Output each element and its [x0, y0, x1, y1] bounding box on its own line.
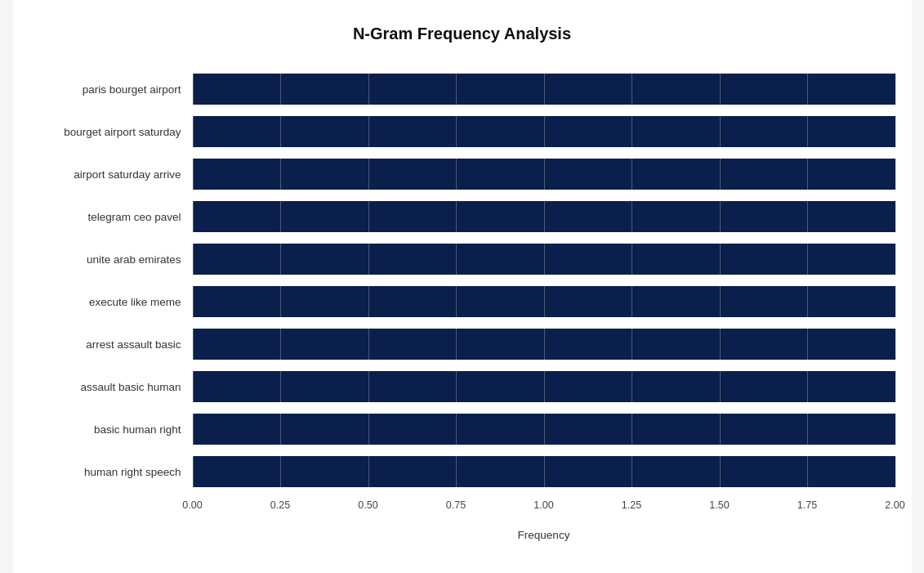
- grid-line: [456, 201, 457, 232]
- bar-label: bourget airport saturday: [29, 126, 193, 138]
- grid-line: [456, 244, 457, 275]
- grid-line: [193, 456, 194, 487]
- bar-track-wrapper: [193, 159, 895, 190]
- bar-row: human right speech: [29, 450, 895, 493]
- chart-area: paris bourget airportbourget airport sat…: [29, 68, 895, 493]
- chart-title: N-Gram Frequency Analysis: [29, 25, 895, 43]
- bar-row: airport saturday arrive: [29, 153, 895, 195]
- grid-line: [193, 74, 194, 105]
- grid-line: [368, 286, 369, 317]
- grid-line: [544, 286, 545, 317]
- grid-line: [456, 74, 457, 105]
- bar-row: arrest assault basic: [29, 323, 895, 365]
- grid-line: [720, 74, 721, 105]
- bar-label: assault basic human: [29, 381, 193, 393]
- grid-line: [895, 286, 896, 317]
- grid-line: [895, 74, 896, 105]
- grid-line: [720, 371, 721, 402]
- bar-row: assault basic human: [29, 365, 895, 408]
- bar-label: basic human right: [29, 423, 193, 436]
- grid-line: [280, 329, 281, 360]
- grid-line: [280, 159, 281, 190]
- bar-row: paris bourget airport: [29, 68, 895, 110]
- grid-line: [632, 456, 632, 487]
- grid-line: [544, 244, 545, 275]
- x-tick: 1.50: [709, 499, 729, 511]
- grid-line: [807, 286, 808, 317]
- grid-line: [895, 456, 896, 487]
- grid-line: [193, 329, 194, 360]
- x-tick: 1.00: [533, 499, 553, 511]
- x-axis-ticks: 0.000.250.500.751.001.251.501.752.00: [193, 499, 895, 524]
- grid-line: [193, 159, 194, 190]
- grid-line: [280, 414, 281, 445]
- bar-label: execute like meme: [29, 296, 193, 308]
- grid-line: [807, 116, 808, 147]
- grid-line: [807, 244, 808, 275]
- grid-line: [807, 159, 808, 190]
- chart-container: N-Gram Frequency Analysis paris bourget …: [13, 0, 912, 573]
- bar-track: [193, 456, 895, 487]
- grid-line: [720, 329, 721, 360]
- bar-row: bourget airport saturday: [29, 110, 895, 153]
- grid-line: [544, 159, 545, 190]
- bar-label: unite arab emirates: [29, 253, 193, 266]
- grid-line: [895, 371, 896, 402]
- grid-line: [368, 159, 369, 190]
- grid-line: [193, 286, 194, 317]
- grid-line: [544, 329, 545, 360]
- grid-line: [456, 159, 457, 190]
- grid-line: [720, 116, 721, 147]
- grid-line: [807, 74, 808, 105]
- grid-line: [193, 244, 194, 275]
- x-tick: 0.75: [446, 499, 466, 511]
- grid-line: [895, 329, 896, 360]
- bar-track: [193, 244, 895, 275]
- bar-label: telegram ceo pavel: [29, 211, 193, 223]
- bar-track-wrapper: [193, 116, 895, 147]
- grid-line: [720, 201, 721, 232]
- grid-line: [368, 201, 369, 232]
- bar-row: unite arab emirates: [29, 238, 895, 280]
- grid-line: [456, 371, 457, 402]
- grid-line: [895, 159, 896, 190]
- grid-line: [368, 456, 369, 487]
- grid-line: [632, 244, 632, 275]
- grid-line: [193, 371, 194, 402]
- grid-line: [632, 74, 632, 105]
- x-tick: 2.00: [885, 499, 904, 511]
- grid-line: [368, 74, 369, 105]
- x-axis-label: Frequency: [193, 529, 895, 541]
- bar-label: human right speech: [29, 466, 193, 478]
- bar-track-wrapper: [193, 329, 895, 360]
- bar-track: [193, 201, 895, 232]
- bar-track-wrapper: [193, 201, 895, 232]
- grid-line: [368, 244, 369, 275]
- grid-line: [632, 414, 632, 445]
- x-tick: 0.25: [270, 499, 290, 511]
- x-axis-spacer: [29, 499, 193, 524]
- grid-line: [720, 456, 721, 487]
- grid-line: [280, 244, 281, 275]
- bar-track-wrapper: [193, 286, 895, 317]
- grid-line: [280, 116, 281, 147]
- grid-line: [456, 116, 457, 147]
- x-tick: 1.75: [797, 499, 817, 511]
- grid-line: [544, 74, 545, 105]
- grid-line: [456, 456, 457, 487]
- bar-track-wrapper: [193, 244, 895, 275]
- bar-track-wrapper: [193, 456, 895, 487]
- grid-line: [456, 414, 457, 445]
- bar-track: [193, 371, 895, 402]
- grid-line: [280, 74, 281, 105]
- grid-line: [720, 286, 721, 317]
- bar-track: [193, 286, 895, 317]
- grid-line: [456, 286, 457, 317]
- bar-track: [193, 414, 895, 445]
- grid-line: [895, 116, 896, 147]
- grid-line: [632, 116, 632, 147]
- grid-line: [368, 329, 369, 360]
- grid-line: [895, 244, 896, 275]
- grid-line: [280, 456, 281, 487]
- grid-line: [280, 201, 281, 232]
